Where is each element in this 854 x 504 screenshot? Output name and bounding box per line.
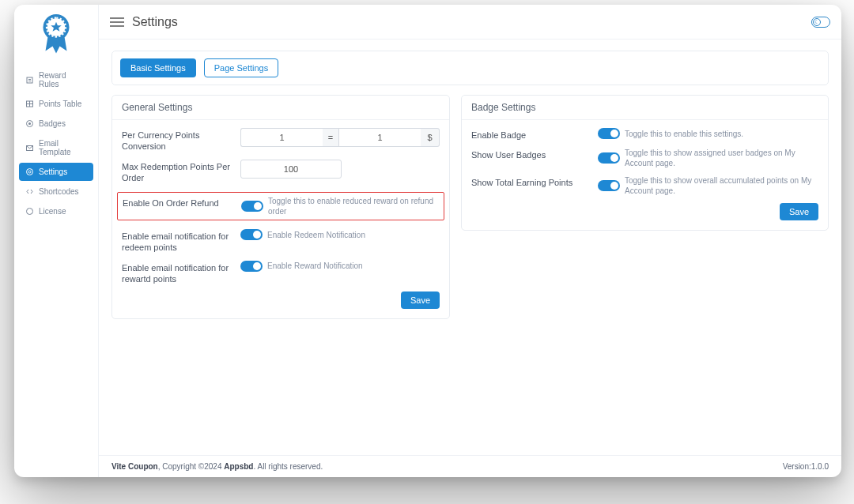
sidebar-item-email-template[interactable]: Email Template: [19, 134, 93, 161]
sidebar-item-label: Shortcodes: [39, 187, 79, 196]
currency-symbol: $: [421, 128, 440, 147]
redeem-toggle[interactable]: [240, 229, 263, 240]
app-window: Reward Rules Points Table Badges Email T…: [14, 5, 841, 477]
reward-toggle[interactable]: [240, 261, 263, 272]
field-label: Show Total Earning Points: [471, 175, 591, 188]
tab-bar: Basic Settings Page Settings: [111, 51, 829, 85]
reward-ctrl: Enable Reward Notification: [240, 261, 440, 272]
per-currency-row: Per Currency Points Conversion = $: [122, 128, 440, 152]
email-icon: [25, 144, 34, 152]
brand-logo: [14, 5, 98, 62]
toggle-desc: Enable Reward Notification: [267, 261, 363, 271]
panel-body: Enable Badge Toggle this to enable this …: [462, 120, 828, 230]
show-total-points-toggle[interactable]: [598, 180, 620, 191]
moon-icon: [813, 18, 821, 26]
panel-title: General Settings: [112, 96, 449, 120]
sidebar-item-badges[interactable]: Badges: [19, 115, 93, 133]
theme-toggle[interactable]: [811, 17, 830, 28]
svg-point-13: [27, 169, 33, 175]
sidebar-item-label: Badges: [39, 119, 66, 128]
panel-body: Per Currency Points Conversion = $ Max R…: [112, 120, 449, 318]
svg-rect-4: [27, 77, 32, 83]
enable-badge-row: Enable Badge Toggle this to enable this …: [471, 128, 818, 141]
badge-settings-panel: Badge Settings Enable Badge Toggle this …: [461, 95, 829, 231]
conversion-left-input[interactable]: [240, 128, 323, 147]
enable-badge-toggle[interactable]: [598, 128, 620, 139]
conversion-right-input[interactable]: [338, 128, 421, 147]
equals-label: =: [323, 128, 338, 147]
footer-company: Appsbd: [224, 462, 253, 471]
menu-toggle-icon[interactable]: [110, 17, 124, 28]
field-label: Enable email notification for rewartd po…: [122, 261, 234, 285]
show-user-badges-row: Show User Badges Toggle this to show ass…: [471, 148, 818, 168]
general-save-button[interactable]: Save: [401, 291, 440, 309]
show-user-badges-ctrl: Toggle this to show assigned user badges…: [598, 148, 818, 168]
field-label: Per Currency Points Conversion: [122, 128, 234, 152]
badge-save-button[interactable]: Save: [780, 203, 818, 220]
sidebar-nav: Reward Rules Points Table Badges Email T…: [14, 62, 98, 220]
sidebar-item-shortcodes[interactable]: Shortcodes: [19, 182, 93, 201]
svg-point-14: [28, 171, 31, 173]
sidebar-item-points-table[interactable]: Points Table: [19, 95, 93, 113]
max-redemption-ctrl: [240, 160, 440, 179]
toggle-desc: Toggle this to show overall accumulated …: [625, 175, 818, 196]
svg-point-11: [28, 122, 31, 125]
redeem-ctrl: Enable Redeem Notification: [240, 229, 440, 240]
gear-icon: [25, 167, 34, 176]
page-title: Settings: [132, 15, 803, 29]
topbar: Settings: [99, 5, 841, 39]
footer: Vite Coupon, Copyright ©2024 Appsbd. All…: [99, 455, 841, 477]
footer-left: Vite Coupon, Copyright ©2024 Appsbd. All…: [111, 462, 323, 471]
code-icon: [25, 187, 34, 196]
conversion-controls: = $: [240, 128, 440, 147]
panel-title: Badge Settings: [462, 96, 828, 120]
sidebar: Reward Rules Points Table Badges Email T…: [14, 5, 99, 477]
content: Basic Settings Page Settings General Set…: [99, 39, 841, 455]
field-label: Max Redemption Points Per Order: [122, 160, 234, 184]
refund-toggle[interactable]: [241, 201, 263, 212]
footer-rights: . All rights reserved.: [253, 462, 323, 471]
show-user-badges-toggle[interactable]: [598, 152, 620, 164]
svg-point-15: [27, 209, 33, 215]
footer-copyright: , Copyright ©2024: [158, 462, 225, 471]
max-redemption-input[interactable]: [240, 160, 342, 179]
enable-badge-ctrl: Toggle this to enable this settings.: [598, 128, 818, 139]
refund-ctrl: Toggle this to enable reduced reward on …: [241, 196, 439, 216]
footer-version: Version:1.0.0: [783, 462, 829, 471]
badge-icon: [25, 119, 34, 128]
table-icon: [25, 100, 34, 108]
license-icon: [25, 207, 34, 216]
show-total-points-row: Show Total Earning Points Toggle this to…: [471, 175, 818, 196]
sidebar-item-reward-rules[interactable]: Reward Rules: [19, 66, 93, 93]
field-label: Enable On Order Refund: [123, 196, 235, 209]
rules-icon: [25, 76, 34, 85]
sidebar-item-label: License: [39, 207, 66, 216]
field-label: Show User Badges: [471, 148, 591, 160]
footer-brand: Vite Coupon: [111, 462, 158, 471]
main-area: Settings Basic Settings Page Settings Ge…: [99, 5, 841, 477]
tab-page-settings[interactable]: Page Settings: [204, 58, 279, 77]
sidebar-item-settings[interactable]: Settings: [19, 163, 93, 181]
tab-basic-settings[interactable]: Basic Settings: [120, 58, 196, 77]
toggle-desc: Toggle this to enable reduced reward on …: [268, 196, 439, 216]
toggle-desc: Toggle this to enable this settings.: [625, 129, 743, 139]
refund-row-highlighted: Enable On Order Refund Toggle this to en…: [117, 192, 444, 220]
show-total-points-ctrl: Toggle this to show overall accumulated …: [598, 175, 818, 196]
sidebar-item-label: Reward Rules: [39, 71, 87, 88]
toggle-desc: Toggle this to show assigned user badges…: [625, 148, 818, 168]
max-redemption-row: Max Redemption Points Per Order: [122, 160, 440, 184]
sidebar-item-license[interactable]: License: [19, 202, 93, 220]
redeem-notification-row: Enable email notification for redeem poi…: [122, 229, 440, 254]
field-label: Enable Badge: [471, 128, 591, 141]
reward-notification-row: Enable email notification for rewartd po…: [122, 261, 440, 285]
sidebar-item-label: Email Template: [39, 139, 87, 156]
toggle-desc: Enable Redeem Notification: [267, 230, 365, 240]
panels-row: General Settings Per Currency Points Con…: [111, 95, 829, 319]
field-label: Enable email notification for redeem poi…: [122, 229, 234, 254]
sidebar-item-label: Settings: [39, 167, 67, 176]
sidebar-item-label: Points Table: [39, 100, 81, 108]
reward-badge-icon: [35, 12, 77, 55]
general-settings-panel: General Settings Per Currency Points Con…: [111, 95, 450, 319]
